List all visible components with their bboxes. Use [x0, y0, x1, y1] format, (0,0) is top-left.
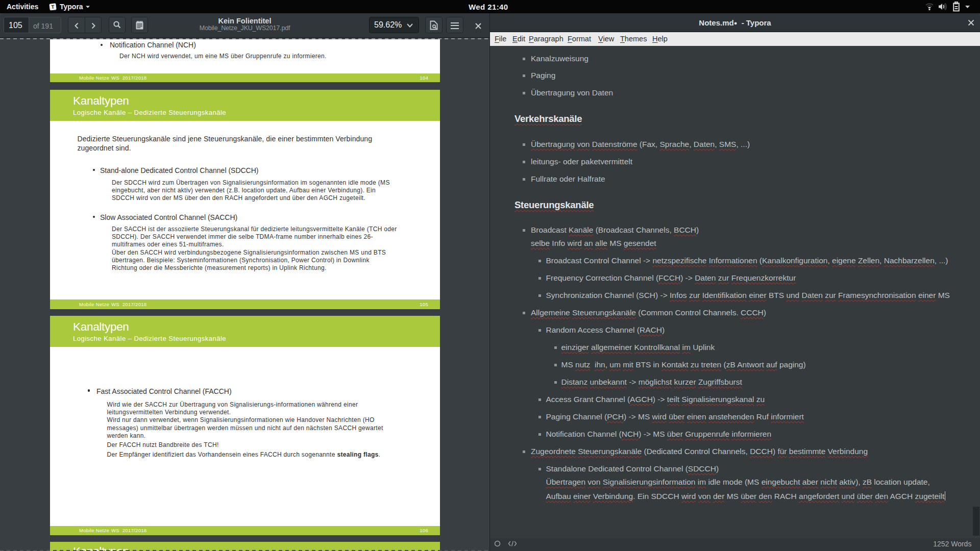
svg-text:T: T — [51, 4, 55, 10]
